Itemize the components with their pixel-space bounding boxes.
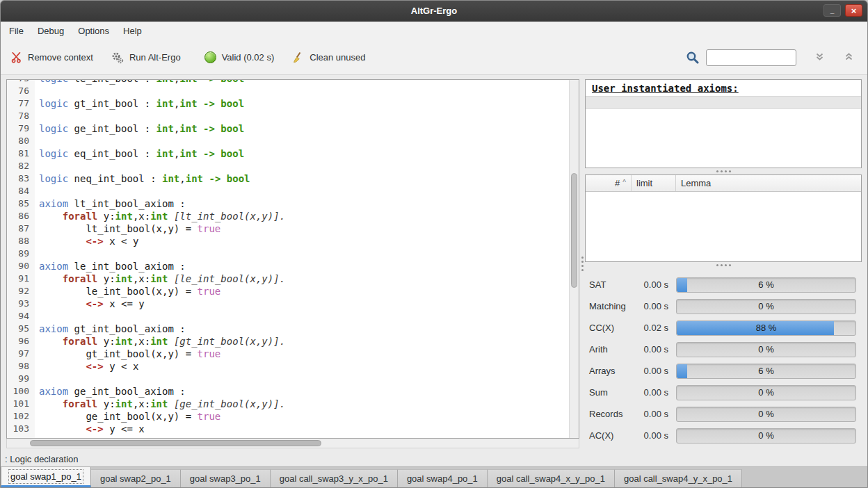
search-input[interactable]: [706, 49, 796, 66]
pane-splitter-horizontal-1[interactable]: [585, 168, 862, 174]
editor-horizontal-scrollbar[interactable]: [6, 439, 579, 448]
stat-row-matching: Matching0.00 s0 %: [589, 295, 856, 317]
window-title: AltGr-Ergo: [1, 6, 867, 16]
code-line-82: [39, 160, 569, 172]
code-line-99: [39, 373, 569, 385]
line-number-84: 84: [7, 185, 35, 197]
code-editor[interactable]: 7576777879808182838485868788899091929394…: [6, 79, 579, 439]
progress-text-cc-x: 88 %: [677, 321, 855, 335]
jump-up-button[interactable]: [839, 49, 858, 67]
tab-goal-swap2-po-1[interactable]: goal swap2_po_1: [91, 469, 181, 487]
progress-text-matching: 0 %: [677, 300, 855, 314]
line-number-77: 77: [7, 97, 35, 110]
progress-text-ac-x: 0 %: [677, 429, 855, 443]
stat-time-matching: 0.00 s: [636, 301, 668, 311]
stat-row-arith: Arith0.00 s0 %: [589, 339, 856, 360]
window-controls: _ ×: [823, 4, 862, 17]
line-number-81: 81: [7, 147, 35, 160]
code-line-84: [39, 185, 569, 197]
remove-context-button[interactable]: Remove context: [10, 51, 93, 63]
tab-goal-swap3-po-1[interactable]: goal swap3_po_1: [181, 469, 271, 487]
clean-unused-button[interactable]: Clean unused: [292, 51, 365, 63]
code-line-91: forall y:int,x:int [le_int_bool(x,y)].: [39, 273, 569, 285]
code-line-97: gt_int_bool(x,y) = true: [39, 348, 569, 360]
tab-goal-call-swap4-y-x-po-1[interactable]: goal call_swap4_y_x_po_1: [615, 469, 742, 487]
tab-goal-call-swap3-y-x-po-1[interactable]: goal call_swap3_y_x_po_1: [271, 469, 398, 487]
code-line-86: forall y:int,x:int [lt_int_bool(x,y)].: [39, 210, 569, 222]
code-line-93: <-> x <= y: [39, 298, 569, 310]
tab-goal-call-swap4-x-y-po-1[interactable]: goal call_swap4_x_y_po_1: [488, 469, 615, 487]
line-number-76: 76: [7, 85, 35, 97]
pane-splitter-horizontal-2[interactable]: [585, 262, 862, 268]
statistics-panel: SAT0.00 s6 %Matching0.00 s0 %CC(X)0.02 s…: [585, 268, 862, 448]
remove-context-label: Remove context: [28, 52, 93, 63]
toolbar: Remove context Run Alt-Ergo Valid (0.02 …: [1, 40, 867, 75]
menu-help[interactable]: Help: [116, 22, 149, 40]
code-line-98: <-> y < x: [39, 360, 569, 373]
line-number-103: 103: [7, 423, 35, 435]
splitter-grip-icon: [716, 264, 718, 266]
stat-time-sum: 0.00 s: [636, 387, 668, 398]
horizontal-scrollbar-thumb[interactable]: [30, 440, 321, 446]
code-line-81: logic eq_int_bool : int,int -> bool: [39, 147, 569, 160]
column-header-lemma[interactable]: Lemma: [676, 175, 861, 191]
code-line-89: [39, 247, 569, 260]
line-number-99: 99: [7, 373, 35, 385]
code-line-78: [39, 110, 569, 122]
line-number-90: 90: [7, 260, 35, 273]
clean-unused-label: Clean unused: [310, 52, 365, 63]
code-area[interactable]: logic le_int_bool : int,int -> boollogic…: [35, 80, 569, 438]
line-number-78: 78: [7, 110, 35, 122]
valid-status: Valid (0.02 s): [204, 51, 275, 63]
lemma-table-body[interactable]: [586, 192, 861, 261]
code-line-75: logic le_int_bool : int,int -> bool: [39, 80, 569, 85]
tab-label: goal call_swap4_y_x_po_1: [624, 473, 732, 484]
tab-bar: goal swap1_po_1goal swap2_po_1goal swap3…: [1, 466, 867, 487]
progress-bar-cc-x: 88 %: [676, 320, 856, 336]
jump-down-button[interactable]: [810, 49, 828, 67]
axioms-list[interactable]: [586, 109, 861, 168]
menu-debug[interactable]: Debug: [31, 22, 71, 40]
menu-file[interactable]: File: [2, 22, 31, 40]
code-line-101: forall y:int,x:int [ge_int_bool(x,y)].: [39, 398, 569, 410]
line-number-91: 91: [7, 273, 35, 285]
stat-row-arrays: Arrays0.00 s6 %: [589, 360, 856, 382]
close-button[interactable]: ×: [845, 4, 862, 17]
user-axioms-title: User instantiated axioms:: [586, 80, 861, 97]
vertical-scrollbar-thumb[interactable]: [571, 173, 577, 288]
editor-viewport: 7576777879808182838485868788899091929394…: [7, 80, 569, 438]
column-header-limit[interactable]: limit: [632, 175, 676, 191]
pane-splitter-vertical[interactable]: [579, 79, 585, 448]
gears-icon: [111, 51, 124, 64]
line-number-89: 89: [7, 247, 35, 260]
tab-label: goal swap4_po_1: [407, 473, 478, 484]
tab-goal-swap4-po-1[interactable]: goal swap4_po_1: [398, 469, 488, 487]
run-alt-ergo-button[interactable]: Run Alt-Ergo: [111, 51, 181, 64]
code-line-87: lt_int_bool(x,y) = true: [39, 222, 569, 235]
menu-options[interactable]: Options: [71, 22, 116, 40]
line-number-83: 83: [7, 172, 35, 185]
code-line-94: [39, 310, 569, 323]
progress-text-sat: 6 %: [677, 278, 855, 292]
stat-label-records: Records: [589, 409, 636, 419]
tab-goal-swap1-po-1[interactable]: goal swap1_po_1: [1, 466, 91, 487]
menubar: FileDebugOptionsHelp: [1, 22, 867, 40]
line-number-95: 95: [7, 323, 35, 335]
valid-status-label: Valid (0.02 s): [222, 52, 275, 63]
column-header-number[interactable]: # ^: [586, 175, 632, 191]
stat-label-sum: Sum: [589, 387, 636, 398]
tab-label: goal swap2_po_1: [100, 473, 171, 484]
scissors-icon: [10, 51, 22, 63]
editor-vertical-scrollbar[interactable]: [569, 80, 579, 438]
minimize-button[interactable]: _: [823, 4, 841, 17]
stat-time-sat: 0.00 s: [636, 279, 668, 290]
tab-label: goal swap1_po_1: [10, 471, 81, 482]
stat-label-ac-x: AC(X): [589, 430, 636, 441]
code-line-102: ge_int_bool(x,y) = true: [39, 410, 569, 423]
progress-text-arrays: 6 %: [677, 364, 855, 378]
progress-bar-records: 0 %: [676, 407, 856, 422]
run-alt-ergo-label: Run Alt-Ergo: [129, 52, 181, 63]
code-line-83: logic neq_int_bool : int,int -> bool: [39, 172, 569, 185]
stat-time-cc-x: 0.02 s: [636, 323, 668, 333]
progress-bar-matching: 0 %: [676, 299, 856, 314]
